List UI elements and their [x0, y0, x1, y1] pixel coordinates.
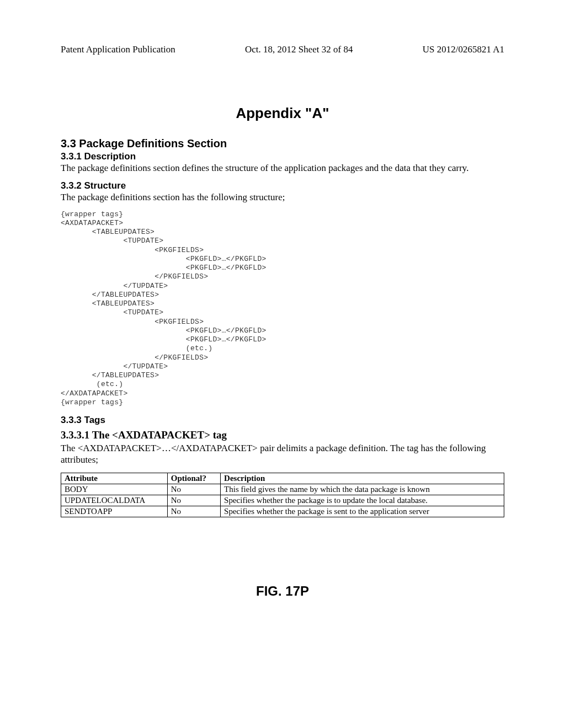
page-header: Patent Application Publication Oct. 18, … — [61, 44, 504, 55]
table-row: BODY No This field gives the name by whi… — [61, 484, 504, 495]
th-attribute: Attribute — [61, 473, 168, 484]
code-block: {wrapper tags} <AXDATAPACKET> <TABLEUPDA… — [61, 210, 504, 408]
cell-opt: No — [167, 484, 220, 495]
table-row: SENDTOAPP No Specifies whether the packa… — [61, 506, 504, 517]
header-right: US 2012/0265821 A1 — [423, 44, 504, 55]
table-header-row: Attribute Optional? Description — [61, 473, 504, 484]
th-description: Description — [221, 473, 504, 484]
section-3-3-2-body: The package definitions section has the … — [61, 191, 504, 203]
cell-attr: UPDATELOCALDATA — [61, 495, 168, 506]
cell-attr: SENDTOAPP — [61, 506, 168, 517]
section-3-3-3-1-heading: 3.3.3.1 The <AXDATAPACKET> tag — [61, 429, 504, 441]
cell-opt: No — [167, 506, 220, 517]
section-3-3-3-heading: 3.3.3 Tags — [61, 415, 504, 426]
section-3-3-3-1-body: The <AXDATAPACKET>…</AXDATAPACKET> pair … — [61, 442, 504, 466]
cell-opt: No — [167, 495, 220, 506]
table-row: UPDATELOCALDATA No Specifies whether the… — [61, 495, 504, 506]
section-3-3-2-heading: 3.3.2 Structure — [61, 180, 504, 191]
cell-desc: Specifies whether the package is to upda… — [221, 495, 504, 506]
appendix-title: Appendix "A" — [61, 105, 504, 122]
section-3-3-1-body: The package definitions section defines … — [61, 162, 504, 174]
header-middle: Oct. 18, 2012 Sheet 32 of 84 — [245, 44, 353, 55]
cell-attr: BODY — [61, 484, 168, 495]
cell-desc: Specifies whether the package is sent to… — [221, 506, 504, 517]
section-3-3-heading: 3.3 Package Definitions Section — [61, 137, 504, 150]
attributes-table: Attribute Optional? Description BODY No … — [61, 473, 504, 517]
page: Patent Application Publication Oct. 18, … — [0, 0, 565, 728]
header-left: Patent Application Publication — [61, 44, 175, 55]
cell-desc: This field gives the name by which the d… — [221, 484, 504, 495]
th-optional: Optional? — [167, 473, 220, 484]
figure-label: FIG. 17P — [61, 584, 504, 599]
section-3-3-1-heading: 3.3.1 Description — [61, 151, 504, 162]
